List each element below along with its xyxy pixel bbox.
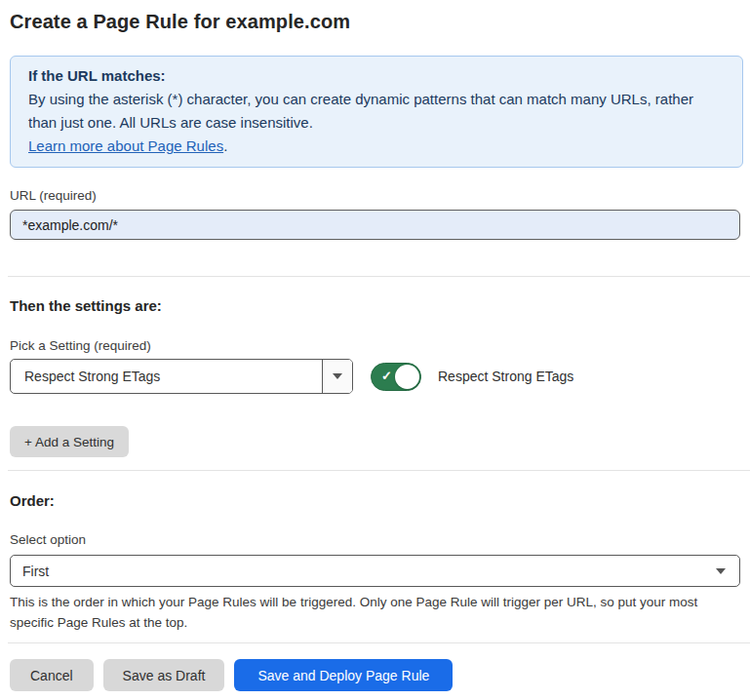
- save-deploy-button[interactable]: Save and Deploy Page Rule: [234, 659, 453, 691]
- save-draft-button[interactable]: Save as Draft: [103, 659, 225, 691]
- order-help-text: This is the order in which your Page Rul…: [10, 592, 740, 633]
- setting-row: Respect Strong ETags ✓ Respect Strong ET…: [10, 359, 750, 394]
- setting-select-arrow-button[interactable]: [322, 360, 352, 393]
- chevron-down-icon: [716, 568, 726, 574]
- pick-setting-label: Pick a Setting (required): [10, 338, 740, 354]
- footer-actions: Cancel Save as Draft Save and Deploy Pag…: [10, 659, 750, 691]
- setting-select-value: Respect Strong ETags: [11, 360, 322, 393]
- url-match-info-box: If the URL matches: By using the asteris…: [10, 56, 743, 168]
- setting-select[interactable]: Respect Strong ETags: [10, 359, 353, 394]
- url-label: URL (required): [10, 188, 740, 204]
- url-input[interactable]: [10, 210, 740, 240]
- page-title: Create a Page Rule for example.com: [10, 11, 740, 32]
- check-icon: ✓: [381, 369, 392, 382]
- order-heading: Order:: [10, 492, 740, 510]
- info-box-heading: If the URL matches:: [28, 64, 725, 88]
- create-page-rule-form: Create a Page Rule for example.com If th…: [0, 11, 750, 700]
- order-select-label: Select option: [10, 532, 740, 548]
- learn-more-link[interactable]: Learn more about Page Rules: [28, 137, 223, 154]
- settings-heading: Then the settings are:: [10, 297, 740, 315]
- cancel-button[interactable]: Cancel: [10, 659, 94, 691]
- order-select[interactable]: First: [10, 555, 740, 587]
- order-select-value: First: [22, 564, 49, 579]
- info-box-body: By using the asterisk (*) character, you…: [28, 88, 725, 135]
- info-box-link-line: Learn more about Page Rules.: [28, 135, 725, 158]
- add-setting-button[interactable]: + Add a Setting: [10, 426, 129, 457]
- divider: [8, 642, 750, 643]
- divider: [8, 470, 750, 471]
- divider: [8, 276, 750, 277]
- respect-strong-etags-toggle[interactable]: ✓: [371, 363, 421, 391]
- toggle-knob: [395, 365, 419, 389]
- link-suffix: .: [223, 137, 227, 154]
- toggle-label: Respect Strong ETags: [438, 369, 573, 384]
- chevron-down-icon: [333, 373, 342, 379]
